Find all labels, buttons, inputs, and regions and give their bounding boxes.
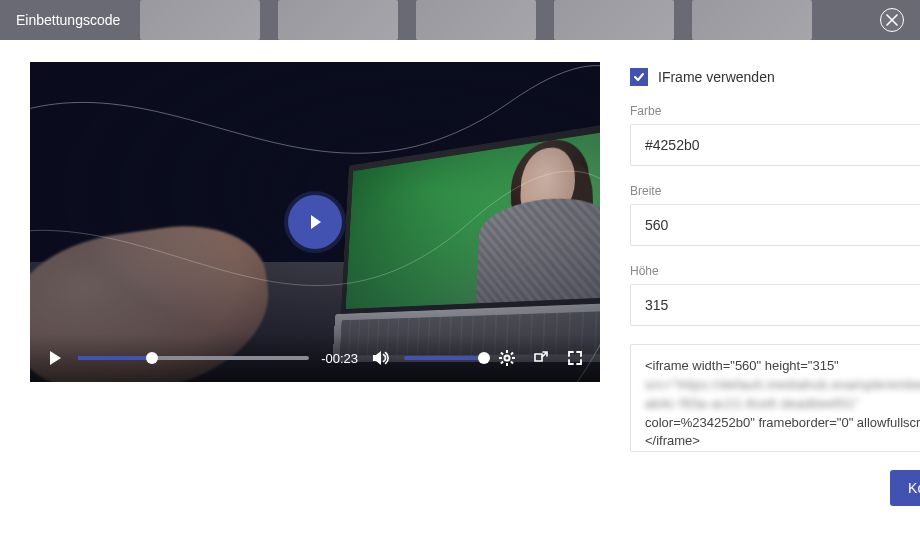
svg-rect-0 xyxy=(506,350,508,353)
dialog-header: Einbettungscode xyxy=(0,0,920,40)
svg-rect-7 xyxy=(500,361,504,365)
play-icon xyxy=(46,349,64,367)
svg-rect-6 xyxy=(510,352,514,356)
close-button[interactable] xyxy=(880,8,904,32)
height-field-group: Höhe xyxy=(630,264,920,326)
check-icon xyxy=(633,71,645,83)
embed-code-url-blurred: src="https://default.mediahub.example/em… xyxy=(645,376,920,395)
video-preview-column: -00:23 xyxy=(30,62,600,530)
volume-button[interactable] xyxy=(370,347,392,369)
svg-rect-2 xyxy=(499,357,502,359)
embed-code-textarea[interactable]: <iframe width="560" height="315" src="ht… xyxy=(630,344,920,452)
svg-rect-1 xyxy=(506,363,508,366)
dialog-body: -00:23 xyxy=(0,40,920,550)
close-icon xyxy=(886,14,898,26)
dialog-title: Einbettungscode xyxy=(16,12,120,28)
iframe-checkbox[interactable] xyxy=(630,68,648,86)
svg-rect-5 xyxy=(510,361,514,365)
copy-button-row: Kopieren xyxy=(630,470,920,506)
video-controls: -00:23 xyxy=(30,334,600,382)
embed-code-url-blurred: ab4c f93a-ac21-8ce6 deadbeef01" xyxy=(645,395,860,414)
gear-icon xyxy=(498,349,516,367)
embed-code-line: <iframe width="560" height="315" xyxy=(645,358,839,373)
progress-bar[interactable] xyxy=(78,356,309,360)
fullscreen-button[interactable] xyxy=(564,347,586,369)
height-label: Höhe xyxy=(630,264,920,278)
popout-icon xyxy=(533,350,549,366)
iframe-checkbox-label: IFrame verwenden xyxy=(658,69,775,85)
time-remaining: -00:23 xyxy=(321,351,358,366)
color-field-group: Farbe xyxy=(630,104,920,166)
video-player: -00:23 xyxy=(30,62,600,382)
copy-button[interactable]: Kopieren xyxy=(890,470,920,506)
width-input[interactable] xyxy=(630,204,920,246)
background-thumbnails xyxy=(140,0,860,40)
volume-icon xyxy=(371,348,391,368)
play-button[interactable] xyxy=(44,347,66,369)
iframe-checkbox-row: IFrame verwenden xyxy=(630,68,920,86)
volume-slider[interactable] xyxy=(404,356,484,360)
play-button-overlay[interactable] xyxy=(288,195,342,249)
width-field-group: Breite xyxy=(630,184,920,246)
embed-code-line: color=%234252b0" frameborder="0" allowfu… xyxy=(645,415,920,449)
play-icon xyxy=(305,212,325,232)
svg-rect-3 xyxy=(512,357,515,359)
color-label: Farbe xyxy=(630,104,920,118)
width-label: Breite xyxy=(630,184,920,198)
color-input[interactable] xyxy=(630,124,920,166)
fullscreen-icon xyxy=(567,350,583,366)
settings-button[interactable] xyxy=(496,347,518,369)
embed-settings-column: IFrame verwenden Farbe Breite Höhe <ifra… xyxy=(630,62,920,530)
svg-rect-4 xyxy=(500,352,504,356)
height-input[interactable] xyxy=(630,284,920,326)
popout-button[interactable] xyxy=(530,347,552,369)
